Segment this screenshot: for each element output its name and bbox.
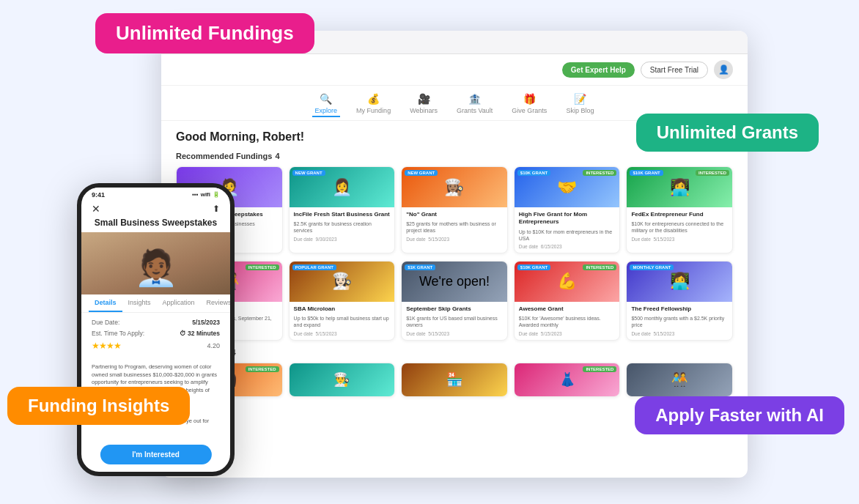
due-date-label: Due Date: [92, 319, 119, 326]
phone-header: ✕ ⬆ [81, 199, 230, 218]
card-img-sba: POPULAR GRANT 👩🏻‍🍳 [290, 262, 395, 302]
cards-row-1: 🧑‍💼 Small Business Sweepstakes From Inde… [176, 166, 733, 253]
phone-time: 9:41 [92, 191, 105, 199]
phone-tab-reviews[interactable]: Reviews [201, 294, 235, 312]
card-date-freed: Due date 5/15/2023 [631, 331, 728, 336]
cards-row-2: INTERESTED 🧑‍🤝‍🧑 Accommodations From Ama… [176, 261, 733, 341]
phone-tab-details[interactable]: Details [89, 294, 122, 312]
card-desc-september: $1K grants for US based small business o… [406, 315, 503, 328]
card-title-highfive: High Five Grant for Mom Entrepreneurs [519, 211, 616, 226]
nav-tab-givegrants[interactable]: 🎁 Give Grants [509, 92, 550, 117]
nav-tab-explore[interactable]: 🔍 Explore [312, 92, 341, 117]
nav-tab-webinars[interactable]: 🎥 Webinars [407, 92, 440, 117]
phone-tab-application[interactable]: Application [157, 294, 201, 312]
card-soon-5[interactable]: 🧑‍🤝‍🧑 [626, 363, 733, 397]
phone-tabs: Details Insights Application Reviews [81, 294, 230, 313]
wifi-icon: wifi [201, 191, 210, 199]
card-fedex[interactable]: $10K GRANT INTERESTED 👩‍💻 FedEx Entrepre… [626, 166, 733, 253]
card-img-fedex: $10K GRANT INTERESTED 👩‍💻 [627, 167, 732, 207]
card-title-freed: The Freed Fellowship [631, 305, 728, 313]
section-title: Recommended Fundings 4 [176, 152, 733, 160]
card-badge-fedex: $10K GRANT [630, 170, 663, 176]
nav-tab-myfunding[interactable]: 💰 My Funding [353, 92, 394, 117]
star-icons: ★★★★ [92, 341, 121, 351]
card-soon-3[interactable]: 🏪 [401, 363, 508, 397]
card-badge-no-grant: NEW GRANT [405, 170, 438, 176]
card-img-freed: MONTHLY GRANT 👩‍💻 [627, 262, 732, 302]
card-soon4-badge: INTERESTED [583, 366, 616, 372]
interested-button[interactable]: I'm Interested [100, 445, 211, 464]
nav-tab-explore-label: Explore [315, 107, 338, 114]
card-title-awesome: Awesome Grant [519, 305, 616, 313]
user-avatar[interactable]: 👤 [714, 60, 733, 79]
get-expert-help-button[interactable]: Get Expert Help [562, 62, 635, 78]
section-title-text: Recommended Fundings [176, 152, 272, 160]
est-time-value: ⏱ 32 Minutes [180, 330, 220, 337]
coming-soon-title: Coming Soon 4 [176, 348, 733, 357]
app-header: Get Expert Help Start Free Trial 👤 [161, 54, 748, 86]
card-img-awesome: $10K GRANT INTERESTED 💪 [515, 262, 620, 302]
card-img-september: $1K GRANT We're open! [402, 262, 507, 302]
card-incfile[interactable]: NEW GRANT 👩‍💼 IncFile Fresh Start Busine… [289, 166, 396, 253]
card-soon-2[interactable]: 👨‍🍳 [289, 363, 396, 397]
phone-close-button[interactable]: ✕ [92, 203, 100, 215]
card-date-highfive: Due date 6/15/2023 [519, 244, 616, 249]
card-desc-no-grant: $25 grants for mothers with business or … [406, 220, 503, 234]
card-no-grant[interactable]: NEW GRANT 👩🏽‍🍳 "No" Grant $25 grants for… [401, 166, 508, 253]
rating-row: ★★★★ 4.20 [92, 341, 220, 351]
phone-status-icons: ▪▪▪ wifi 🔋 [192, 191, 220, 199]
phone-grant-title: Small Business Sweepstakes [81, 218, 230, 232]
est-time-row: Est. Time To Apply: ⏱ 32 Minutes [92, 330, 220, 337]
start-free-trial-button[interactable]: Start Free Trial [641, 62, 708, 78]
card-soon1-badge: INTERESTED [246, 366, 279, 372]
nav-tab-grantsvault[interactable]: 🏦 Grants Vault [454, 92, 495, 117]
clock-icon: ⏱ [180, 330, 186, 337]
card-desc-highfive: Up to $10K for mom entrepreneurs in the … [519, 229, 616, 242]
signal-icon: ▪▪▪ [192, 191, 199, 199]
phone-statusbar: 9:41 ▪▪▪ wifi 🔋 [81, 188, 230, 199]
card-date-awesome: Due date 5/15/2023 [519, 331, 616, 336]
rating-value: 4.20 [207, 342, 220, 349]
card-date-sba: Due date 5/15/2023 [294, 331, 391, 336]
card-title-incfile: IncFile Fresh Start Business Grant [294, 211, 391, 218]
card-awesome[interactable]: $10K GRANT INTERESTED 💪 Awesome Grant $1… [514, 261, 621, 341]
nav-tab-grantsvault-label: Grants Vault [457, 107, 493, 114]
nav-tab-skipblog-label: Skip Blog [566, 107, 594, 114]
funding-insights-label: Funding Insights [7, 387, 190, 425]
card-sba[interactable]: POPULAR GRANT 👩🏻‍🍳 SBA Microloan Up to $… [289, 261, 396, 341]
nav-tab-myfunding-label: My Funding [356, 107, 391, 114]
card-highfive[interactable]: $10K GRANT INTERESTED 🤝 High Five Grant … [514, 166, 621, 253]
due-date-value: 5/15/2023 [192, 319, 220, 326]
unlimited-fundings-label: Unlimited Fundings [95, 13, 314, 53]
phone-tab-insights[interactable]: Insights [122, 294, 157, 312]
card-desc-sba: Up to $50k to help small business start … [294, 315, 391, 328]
card-date-september: Due date 5/15/2023 [406, 331, 503, 336]
card-img-incfile: NEW GRANT 👩‍💼 [290, 167, 395, 207]
card-date-incfile: Due date 9/30/2023 [294, 237, 391, 242]
nav-tab-givegrants-label: Give Grants [512, 107, 547, 114]
card-freed[interactable]: MONTHLY GRANT 👩‍💻 The Freed Fellowship $… [626, 261, 733, 341]
nav-tab-skipblog[interactable]: 📝 Skip Blog [563, 92, 597, 117]
card-september-skip[interactable]: $1K GRANT We're open! September Skip Gra… [401, 261, 508, 341]
cards-row-3: INTERESTED 👩🏽 👨‍🍳 🏪 INTERESTED 👗 [176, 363, 733, 397]
nav-tab-webinars-label: Webinars [410, 107, 438, 114]
card-soon-4[interactable]: INTERESTED 👗 [514, 363, 621, 397]
phone-grant-person-photo: 🧑🏾‍💼 [81, 232, 230, 294]
card-badge-september: $1K GRANT [405, 264, 435, 270]
card-date-no-grant: Due date 5/15/2023 [406, 237, 503, 242]
card-desc-fedex: $10K for entrepreneurs connected to the … [631, 220, 728, 234]
grantsvault-icon: 🏦 [468, 93, 481, 105]
phone-details-section: Due Date: 5/15/2023 Est. Time To Apply: … [81, 313, 230, 360]
card-badge-awesome: $10K GRANT [517, 264, 550, 270]
section-count-badge: 4 [275, 152, 279, 160]
card-title-september: September Skip Grants [406, 305, 503, 313]
card-interested-fedex: INTERESTED [696, 170, 729, 176]
explore-icon: 🔍 [320, 93, 332, 105]
card-title-sba: SBA Microloan [294, 305, 391, 313]
unlimited-grants-label: Unlimited Grants [636, 114, 819, 152]
est-time-label: Est. Time To Apply: [92, 330, 144, 337]
phone-share-button[interactable]: ⬆ [213, 204, 220, 214]
phone-grant-image: 🧑🏾‍💼 [81, 232, 230, 294]
card-desc-awesome: $10K for 'Awesome' business ideas. Award… [519, 315, 616, 328]
givegrants-icon: 🎁 [523, 93, 536, 105]
